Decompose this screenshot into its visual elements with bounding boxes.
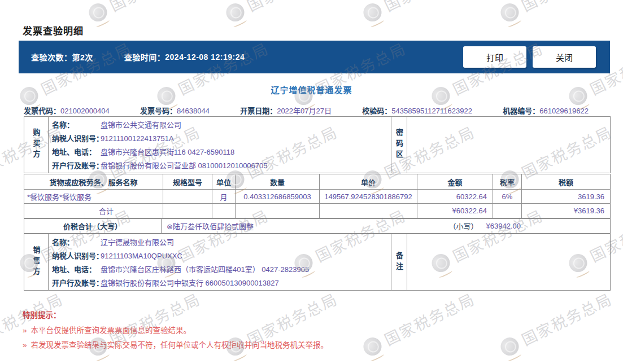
print-button[interactable]: 打印	[463, 46, 526, 68]
items-total-label: 合计	[24, 204, 163, 218]
buyer-side-cell: 购买方	[24, 117, 49, 173]
col-header-name: 货物或应税劳务、服务名称	[24, 174, 163, 190]
machine-number: 机器编号：661029619622	[503, 105, 589, 116]
col-header-unit: 单位	[212, 174, 236, 190]
invoice-date: 开票日期：2022年07月27日	[240, 105, 332, 116]
buyer-side-label: 购买方	[31, 129, 42, 161]
notice-item-2: »若发现发票查验结果与实际交易不符，任何单位或个人有权拒收并向当地税务机关举报。	[23, 341, 328, 349]
seller-taxid-row: 纳税人识别号：91211103MA10QPUXXC	[52, 249, 391, 263]
buyer-name-row: 名称：盘锦市公共交通有限公司	[52, 119, 391, 132]
password-area-label-cell: 密码区	[391, 117, 407, 173]
items-total-spec	[163, 204, 212, 218]
amount-in-words: ⊗陆万叁仟玖佰肆拾贰圆整	[162, 221, 254, 231]
page-title: 发票查验明细	[23, 23, 84, 37]
seller-side-label: 销售方	[31, 246, 42, 278]
item-amount: 60322.64	[417, 190, 493, 204]
col-header-unit-price: 单价	[320, 174, 417, 190]
invoice-number: 发票号码：84638044	[140, 105, 210, 116]
grand-total-table: 价税合计（大写） ⊗陆万叁仟玖佰肆拾贰圆整 （小写） ¥63942.00	[24, 218, 611, 234]
items-total-tax: ¥3619.36	[522, 204, 611, 218]
topbar: 查验次数： 第2次 查验时间： 2024-12-08 12:19:24 打印 关…	[19, 41, 610, 73]
item-tax-rate: 6%	[493, 190, 522, 204]
items-total-amount: ¥60322.64	[417, 204, 493, 218]
item-tax: 3619.36	[522, 190, 611, 204]
page: 发票查验明细 查验次数： 第2次 查验时间： 2024-12-08 12:19:…	[0, 0, 623, 364]
items-total-unit-price	[320, 204, 417, 218]
seller-address-row: 地址、电话：盘锦市兴隆台区庄林路西（市客运站四楼401室） 0427-28239…	[52, 263, 391, 277]
notice-title: 特别提示：	[23, 309, 328, 320]
buyer-info-cell: 名称：盘锦市公共交通有限公司 纳税人识别号：91211100122413751A…	[49, 117, 391, 173]
bullet-icon: »	[23, 326, 27, 335]
item-quantity: 0.403312686859003	[236, 190, 320, 204]
item-name: *餐饮服务*餐饮服务	[24, 190, 163, 204]
buyer-address-row: 地址、电话：盘锦市兴隆台区惠宾街116 0427-6590118	[52, 146, 391, 159]
bullet-icon: »	[23, 341, 27, 349]
remark-label: 备注	[394, 252, 404, 273]
remark-cell	[407, 234, 611, 291]
col-header-spec: 规格型号	[163, 174, 212, 190]
buyer-table: 购买方 名称：盘锦市公共交通有限公司 纳税人识别号：91211100122413…	[24, 116, 611, 173]
items-header-row: 货物或应税劳务、服务名称 规格型号 单位 数量 单价 金额 税率 税额	[24, 174, 611, 190]
remark-label-cell: 备注	[391, 234, 407, 291]
col-header-tax-rate: 税率	[493, 174, 522, 190]
check-count-label: 查验次数：	[31, 51, 72, 63]
amount-numeric-value: ¥63942.00	[486, 222, 521, 230]
password-area-cell	[407, 117, 611, 173]
password-area-label: 密码区	[394, 129, 404, 161]
seller-side-cell: 销售方	[24, 234, 49, 291]
item-row: *餐饮服务*餐饮服务 月 0.403312686859003 149567.92…	[24, 190, 611, 204]
check-count: 查验次数： 第2次	[31, 51, 93, 63]
items-total-tax-rate	[493, 204, 522, 218]
items-total-unit	[212, 204, 236, 218]
items-table: 货物或应税劳务、服务名称 规格型号 单位 数量 单价 金额 税率 税额 *餐饮服…	[24, 174, 611, 218]
col-header-amount: 金额	[417, 174, 493, 190]
items-total-quantity	[236, 204, 320, 218]
check-time: 查验时间： 2024-12-08 12:19:24	[124, 51, 245, 63]
grand-total-cell: ⊗陆万叁仟玖佰肆拾贰圆整 （小写） ¥63942.00	[162, 219, 611, 234]
seller-table: 销售方 名称：辽宁德晟物业有限公司 纳税人识别号：91211103MA10QPU…	[24, 234, 611, 291]
seller-name-row: 名称：辽宁德晟物业有限公司	[52, 236, 391, 249]
item-spec	[163, 190, 212, 204]
check-time-label: 查验时间：	[124, 51, 165, 63]
amount-numeric-label: （小写）	[449, 221, 478, 231]
close-button[interactable]: 关闭	[533, 46, 596, 68]
notice-item-1: »本平台仅提供所查询发票票面信息的查验结果。	[23, 326, 328, 335]
check-count-value: 第2次	[72, 51, 93, 63]
item-unit: 月	[212, 190, 236, 204]
buyer-bank-row: 开户行及账号：盘锦银行股份有限公司营业部 08100012010006705	[52, 159, 391, 173]
items-total-row: 合计 ¥60322.64 ¥3619.36	[24, 204, 611, 218]
invoice-code: 发票代码：021002000404	[24, 105, 110, 116]
invoice-title: 辽宁增值税普通发票	[0, 84, 623, 95]
seller-info-cell: 名称：辽宁德晟物业有限公司 纳税人识别号：91211103MA10QPUXXC …	[49, 234, 391, 291]
grand-total-label: 价税合计（大写）	[24, 219, 162, 234]
invoice-meta-row: 发票代码：021002000404 发票号码：84638044 开票日期：202…	[24, 105, 589, 116]
seller-bank-row: 开户行及账号：盘锦银行股份有限公司中银支行 660050130900013827	[52, 277, 391, 290]
notice: 特别提示： »本平台仅提供所查询发票票面信息的查验结果。 »若发现发票查验结果与…	[23, 309, 328, 349]
item-unit-price: 149567.924528301886792	[320, 190, 417, 204]
col-header-tax: 税额	[522, 174, 611, 190]
col-header-quantity: 数量	[236, 174, 320, 190]
check-time-value: 2024-12-08 12:19:24	[165, 52, 245, 62]
check-code: 校验码：54358595112711623922	[362, 105, 472, 116]
buyer-taxid-row: 纳税人识别号：91211100122413751A	[52, 132, 391, 146]
topbar-buttons: 打印 关闭	[463, 46, 596, 68]
